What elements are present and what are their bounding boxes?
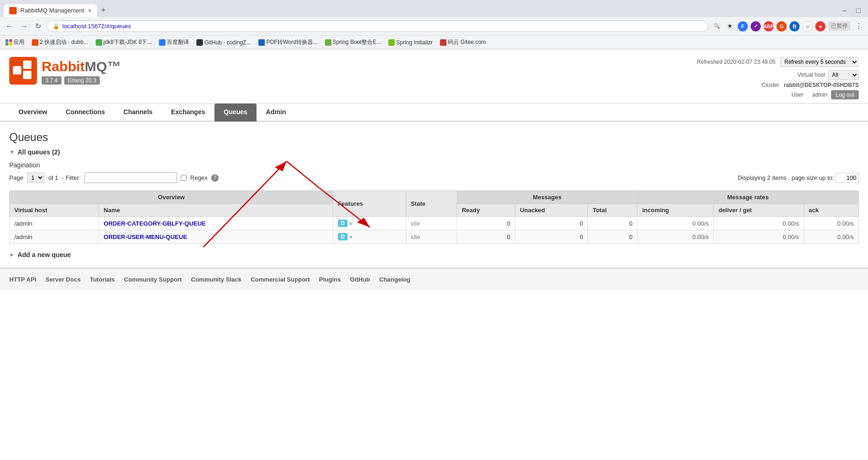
nav-exchanges[interactable]: Exchanges (162, 104, 214, 122)
footer-link[interactable]: Plugins (319, 276, 341, 283)
bookmark-pdf[interactable]: PDF转Word转换器... (257, 37, 319, 47)
page-select[interactable]: 1 (27, 172, 44, 183)
search-icon[interactable]: 🔍 (712, 21, 722, 31)
ext3-icon[interactable]: B (789, 21, 800, 31)
display-text: Displaying 2 items , page size up to: (738, 174, 834, 181)
ext4-icon[interactable]: ☺ (802, 21, 813, 31)
all-queues-section-header[interactable]: ▼ All queues (2) (9, 148, 859, 156)
nav-queues[interactable]: Queues (214, 104, 257, 122)
footer-link[interactable]: GitHub (350, 276, 370, 283)
back-button[interactable]: ← (4, 20, 15, 32)
toolbar-icons: 🔍 ★ F ✓ ABP G B ☺ ● 已暂停 ⋮ (712, 20, 864, 32)
filter-input[interactable] (85, 172, 177, 183)
nav-admin[interactable]: Admin (257, 104, 295, 122)
vhost-select[interactable]: All /admin (828, 70, 859, 80)
footer-link[interactable]: Changelog (379, 276, 410, 283)
tab-favicon (9, 7, 17, 14)
svg-rect-2 (23, 61, 31, 69)
queue-table: Overview Features State Messages Message… (9, 190, 859, 244)
pagination-label: Pagination (9, 161, 859, 169)
forward-button[interactable]: → (18, 20, 30, 32)
bookmark-apps[interactable]: 应用 (4, 37, 26, 47)
deliver-get-cell: 0.00/s (714, 230, 804, 244)
spring-init-label: Spring Initializr (396, 39, 433, 46)
bookmark-baidu-translate[interactable]: 百度翻译 (157, 37, 191, 47)
messages-group-header: Messages (457, 191, 637, 204)
bookmark-dubbo[interactable]: 2 快速启动 · dubb... (30, 37, 90, 47)
user-name: admin (812, 92, 827, 98)
svg-rect-1 (13, 66, 21, 74)
page-size-input[interactable] (836, 173, 859, 183)
bookmark-spring-init[interactable]: Spring Initializr (386, 38, 434, 47)
maximize-button[interactable]: □ (852, 5, 864, 17)
ext1-icon[interactable]: ✓ (751, 21, 761, 31)
name-cell[interactable]: ORDER-USER-MENU-QUEUE (99, 230, 333, 244)
minimize-button[interactable]: – (838, 5, 850, 17)
nav-connections[interactable]: Connections (56, 104, 114, 122)
footer-link[interactable]: Tutorials (90, 276, 115, 283)
feature-cell: D ■ (333, 230, 406, 244)
bookmark-github[interactable]: GitHub - codingZ... (195, 38, 253, 47)
features-header: Features (333, 191, 406, 217)
footer-link[interactable]: Commercial Support (251, 276, 310, 283)
logo-icon (9, 57, 37, 86)
bookmark-gitee[interactable]: 码云 Gitee.com (438, 37, 488, 47)
baidu-label: 百度翻译 (167, 38, 189, 46)
active-tab[interactable]: RabbitMQ Management × (4, 4, 97, 17)
content-area: Queues ▼ All queues (2) Pagination Page … (0, 122, 868, 268)
state-link[interactable]: idle (411, 233, 420, 240)
dubbo-label: 2 快速启动 · dubb... (40, 38, 88, 46)
logo-text: RabbitMQ™ (42, 59, 121, 74)
pagination-controls: Page 1 of 1 - Filter: Regex ? Displaying… (9, 172, 859, 183)
ack-cell: 0.00/s (804, 230, 858, 244)
footer-link[interactable]: HTTP API (9, 276, 37, 283)
add-queue-header[interactable]: ► Add a new queue (9, 251, 859, 258)
bookmark-springboot[interactable]: Spring Boot整合E... (323, 37, 383, 47)
header-right: Refreshed 2020-02-07 23:48:05 Refresh ev… (697, 57, 859, 99)
springboot-icon (325, 39, 331, 46)
ext2-icon[interactable]: G (776, 21, 787, 31)
ext5-icon[interactable]: ● (815, 21, 825, 31)
springboot-label: Spring Boot整合E... (333, 38, 381, 46)
footer-link[interactable]: Community Slack (191, 276, 241, 283)
tab-bar: RabbitMQ Management × + – □ (0, 0, 868, 17)
user-label: User (792, 92, 803, 98)
ack-header: ack (804, 204, 858, 217)
regex-help-icon[interactable]: ? (211, 174, 219, 182)
queue-name-link[interactable]: ORDER-CATEGORY-GBLFY-QUEUE (104, 220, 206, 227)
paused-button[interactable]: 已暂停 (828, 21, 850, 31)
feature-badge: D (338, 233, 348, 240)
bookmark-icon[interactable]: ★ (725, 21, 735, 31)
vhost-cell: /admin (10, 230, 99, 244)
unacked-cell: 0 (515, 230, 588, 244)
reload-button[interactable]: ↻ (33, 20, 43, 32)
address-bar: ← → ↻ 🔒 localhost:15672/#/queues 🔍 ★ F ✓… (0, 17, 868, 35)
pagination-section: Pagination Page 1 of 1 - Filter: Regex ?… (9, 161, 859, 183)
feedly-icon[interactable]: F (738, 21, 748, 31)
logo-text-area: RabbitMQ™ 3.7.4 Erlang 20.3 (42, 59, 121, 85)
cluster-row: Cluster rabbit@DESKTOP-0SHDB7S (697, 82, 859, 88)
footer-link[interactable]: Community Support (124, 276, 182, 283)
baidu-icon (159, 39, 165, 46)
more-button[interactable]: ⋮ (853, 20, 864, 32)
nav-channels[interactable]: Channels (114, 104, 162, 122)
abp-icon[interactable]: ABP (764, 21, 774, 31)
refresh-select[interactable]: Refresh every 5 seconds Refresh every 10… (780, 57, 859, 67)
cluster-label: Cluster (762, 82, 779, 88)
regex-checkbox[interactable] (181, 175, 187, 181)
nav-overview[interactable]: Overview (9, 104, 56, 122)
deliver-get-header: deliver / get (714, 204, 804, 217)
name-cell[interactable]: ORDER-CATEGORY-GBLFY-QUEUE (99, 217, 333, 230)
svg-rect-3 (23, 71, 31, 79)
vhost-label: Virtual host (797, 72, 825, 78)
tab-close-button[interactable]: × (88, 7, 92, 14)
state-link[interactable]: idle (411, 220, 420, 227)
footer-link[interactable]: Server Docs (46, 276, 81, 283)
new-tab-button[interactable]: + (97, 4, 110, 17)
pdf-label: PDF转Word转换器... (266, 38, 317, 46)
queue-name-link[interactable]: ORDER-USER-MENU-QUEUE (104, 233, 187, 240)
bookmark-jdk[interactable]: jdk8下载-JDK 8下... (94, 37, 154, 47)
url-bar[interactable]: 🔒 localhost:15672/#/queues (47, 20, 708, 32)
logout-button[interactable]: Log out (831, 90, 859, 99)
name-header: Name (99, 204, 333, 217)
